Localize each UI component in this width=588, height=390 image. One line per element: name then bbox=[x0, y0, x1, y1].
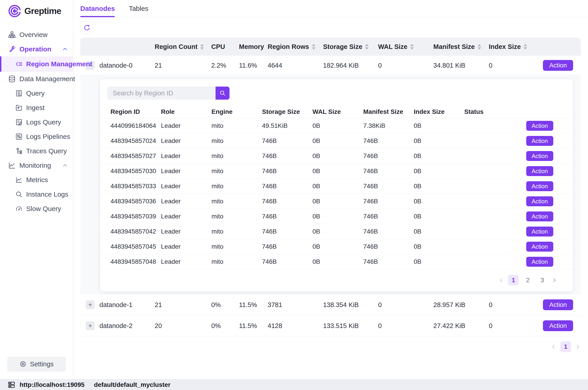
cell-storage-size: 138.354 KiB bbox=[323, 301, 378, 309]
sidebar-item-label: Instance Logs bbox=[26, 191, 68, 198]
sidebar-item-label: Region Management bbox=[26, 60, 92, 68]
region-row: 4483945857030 Leader mito 746B 0B 746B 0… bbox=[100, 164, 573, 179]
column-label: CPU bbox=[211, 43, 225, 50]
cell-storage-size: 746B bbox=[262, 167, 312, 175]
action-button[interactable]: Action bbox=[526, 151, 553, 161]
cell-region-rows: 3781 bbox=[268, 301, 323, 309]
cell-engine: mito bbox=[211, 183, 262, 190]
search-button[interactable] bbox=[216, 87, 230, 100]
sort-icon[interactable] bbox=[200, 44, 204, 49]
region-management-icon bbox=[15, 60, 23, 68]
sidebar-item-query[interactable]: Query bbox=[0, 86, 73, 100]
brand-name: Greptime bbox=[24, 6, 61, 16]
tab-tables[interactable]: Tables bbox=[129, 0, 148, 17]
cluster-selector[interactable]: default/default_mycluster bbox=[94, 381, 170, 389]
page-button[interactable]: 2 bbox=[522, 275, 533, 286]
sidebar-item-label: Traces Query bbox=[26, 147, 67, 155]
cell-wal-size: 0B bbox=[312, 183, 363, 190]
chevron-up-icon[interactable] bbox=[62, 162, 68, 169]
action-button[interactable]: Action bbox=[526, 227, 553, 237]
refresh-button[interactable] bbox=[80, 21, 93, 34]
region-card: Region ID Role Engine Storage Size WAL S… bbox=[100, 79, 573, 292]
action-button[interactable]: Action bbox=[526, 211, 553, 221]
sidebar-item-logs-pipelines[interactable]: Logs Pipelines bbox=[0, 129, 73, 144]
action-button[interactable]: Action bbox=[543, 60, 573, 71]
cell-manifest-size: 27.422 KiB bbox=[433, 322, 489, 330]
action-button[interactable]: Action bbox=[526, 242, 553, 251]
sidebar-item-monitoring[interactable]: Monitoring bbox=[0, 158, 73, 173]
next-page-icon[interactable] bbox=[551, 277, 557, 283]
sliders-icon bbox=[15, 133, 23, 140]
column-label: Engine bbox=[211, 108, 262, 115]
cell-wal-size: 0B bbox=[312, 152, 363, 160]
column-header-wal-size[interactable]: WAL Size bbox=[378, 43, 433, 50]
cell-storage-size: 746B bbox=[262, 258, 312, 265]
cell-engine: mito bbox=[211, 152, 262, 160]
greptime-logo-icon bbox=[8, 4, 22, 18]
sort-icon[interactable] bbox=[524, 44, 527, 49]
action-button[interactable]: Action bbox=[526, 196, 553, 206]
action-button[interactable]: Action bbox=[526, 136, 553, 146]
sort-icon[interactable] bbox=[365, 44, 369, 49]
action-button[interactable]: Action bbox=[543, 299, 573, 310]
cell-role: Leader bbox=[161, 183, 211, 190]
cell-wal-size: 0B bbox=[312, 258, 363, 265]
sidebar-item-region-management[interactable]: Region Management bbox=[0, 56, 73, 72]
sidebar-item-label: Metrics bbox=[26, 176, 48, 184]
settings-button[interactable]: Settings bbox=[7, 357, 66, 372]
previous-page-icon[interactable] bbox=[551, 344, 557, 350]
sidebar-item-overview[interactable]: Overview bbox=[0, 28, 73, 42]
chevron-up-icon[interactable] bbox=[62, 46, 68, 52]
endpoint-selector[interactable]: http://localhost:19095 bbox=[7, 381, 85, 389]
action-button[interactable]: Action bbox=[526, 166, 553, 176]
cell-storage-size: 746B bbox=[262, 228, 312, 235]
sidebar-item-data-management[interactable]: Data Management bbox=[0, 72, 73, 86]
column-header-index-size[interactable]: Index Size bbox=[489, 43, 540, 50]
sort-icon[interactable] bbox=[312, 44, 315, 49]
sort-icon[interactable] bbox=[410, 44, 414, 49]
sidebar-item-instance-logs[interactable]: Instance Logs bbox=[0, 187, 73, 201]
cell-manifest-size: 746B bbox=[363, 167, 414, 175]
cell-region-id: 4483945857036 bbox=[110, 198, 161, 205]
tab-datanodes[interactable]: Datanodes bbox=[80, 0, 115, 17]
sidebar: Greptime Overview bbox=[0, 0, 73, 379]
cell-index-size: 0B bbox=[414, 137, 464, 145]
cell-region-rows: 4644 bbox=[268, 62, 323, 69]
sidebar-item-label: Overview bbox=[19, 31, 48, 39]
tab-label: Tables bbox=[129, 5, 148, 12]
column-header-region-rows[interactable]: Region Rows bbox=[268, 43, 323, 50]
cell-index-size: 0B bbox=[414, 167, 464, 175]
action-button[interactable]: Action bbox=[526, 257, 553, 267]
magnifier-icon bbox=[15, 191, 23, 198]
page-button[interactable]: 1 bbox=[508, 275, 519, 286]
next-page-icon[interactable] bbox=[575, 344, 581, 350]
column-header-storage-size[interactable]: Storage Size bbox=[323, 43, 378, 50]
cell-role: Leader bbox=[161, 258, 211, 265]
previous-page-icon[interactable] bbox=[498, 277, 504, 283]
region-search-input[interactable] bbox=[107, 87, 216, 100]
page-button[interactable]: 3 bbox=[537, 275, 548, 286]
expand-row-button[interactable]: + bbox=[86, 300, 95, 309]
tab-label: Datanodes bbox=[80, 5, 115, 12]
column-header-region-count[interactable]: Region Count bbox=[155, 43, 211, 50]
sidebar-item-traces-query[interactable]: Traces Query bbox=[0, 144, 73, 158]
sidebar-item-slow-query[interactable]: Slow Query bbox=[0, 201, 73, 216]
column-label: Index Size bbox=[489, 43, 521, 50]
region-pagination: 1 2 3 bbox=[100, 275, 573, 292]
page-button[interactable]: 1 bbox=[560, 341, 571, 352]
sidebar-item-logs-query[interactable]: Logs Query bbox=[0, 115, 73, 129]
sort-icon[interactable] bbox=[478, 44, 481, 49]
chevron-up-icon[interactable] bbox=[62, 76, 68, 82]
column-label: Region Rows bbox=[268, 43, 309, 50]
action-button[interactable]: Action bbox=[543, 320, 573, 331]
sidebar-item-ingest[interactable]: Ingest bbox=[0, 100, 73, 115]
expand-row-button[interactable]: + bbox=[86, 321, 95, 330]
sidebar-item-metrics[interactable]: Metrics bbox=[0, 173, 73, 187]
column-header-manifest-size[interactable]: Manifest Size bbox=[433, 43, 489, 50]
cell-manifest-size: 746B bbox=[363, 152, 414, 160]
action-button[interactable]: Action bbox=[526, 121, 553, 131]
cell-region-count: 21 bbox=[155, 301, 211, 309]
cell-manifest-size: 746B bbox=[363, 258, 414, 265]
sidebar-item-operation[interactable]: Operation bbox=[0, 42, 73, 56]
action-button[interactable]: Action bbox=[526, 181, 553, 191]
